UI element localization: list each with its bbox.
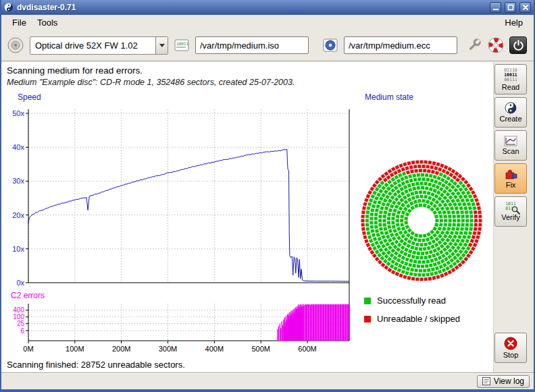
svg-text:0M: 0M: [23, 345, 33, 353]
svg-text:200M: 200M: [112, 345, 131, 353]
drive-select[interactable]: Optical drive 52X FW 1.02: [30, 36, 168, 55]
puzzle-fix-icon: [504, 168, 517, 180]
menubar: File Tools Help: [1, 15, 534, 30]
log-icon: [482, 377, 490, 385]
preferences-wrench-icon[interactable]: [466, 37, 482, 53]
svg-text:C2 errors: C2 errors: [11, 291, 45, 300]
stop-button[interactable]: Stop: [494, 333, 527, 363]
drive-select-value: Optical drive 52X FW 1.02: [30, 37, 155, 54]
verify-magnifier-icon: 1011 0110: [503, 202, 518, 213]
svg-text:500M: 500M: [251, 345, 270, 353]
read-button[interactable]: 01110 10011 00111 Read: [494, 64, 527, 94]
stop-label: Stop: [503, 351, 519, 359]
optical-drive-icon: [7, 36, 24, 54]
scan-label: Scan: [502, 147, 519, 155]
menu-help[interactable]: Help: [499, 16, 528, 29]
svg-text:10011: 10011: [176, 41, 188, 46]
svg-text:Medium state: Medium state: [365, 92, 413, 102]
medium-state-legend: Successfully read Unreadable / skipped: [364, 296, 460, 332]
ecc-path-input[interactable]: [344, 36, 457, 54]
maximize-button[interactable]: [505, 2, 516, 13]
app-yinyang-icon: [4, 3, 14, 12]
iso-path-input[interactable]: [195, 36, 309, 54]
menu-file[interactable]: File: [7, 16, 32, 29]
menu-tools[interactable]: Tools: [32, 16, 63, 29]
legend-row-ok: Successfully read: [364, 296, 460, 306]
svg-text:600M: 600M: [298, 345, 317, 353]
verify-button[interactable]: 1011 0110 Verify: [494, 196, 527, 227]
legend-bad-swatch: [364, 316, 371, 323]
svg-text:6: 6: [20, 327, 24, 335]
scan-button[interactable]: Scan: [494, 130, 527, 161]
svg-text:30x: 30x: [12, 177, 24, 185]
svg-text:40x: 40x: [12, 143, 24, 151]
statusbar: View log: [1, 372, 534, 389]
svg-text:10x: 10x: [12, 245, 24, 253]
ecc-file-icon: [322, 37, 338, 53]
binary-read-icon: 01110 10011 00111: [504, 68, 517, 82]
svg-text:0x: 0x: [16, 279, 24, 287]
legend-bad-label: Unreadable / skipped: [377, 314, 460, 324]
legend-ok-swatch: [364, 298, 371, 304]
window-title: dvdisaster-0.71: [17, 3, 76, 12]
view-log-button[interactable]: View log: [477, 375, 530, 388]
view-log-label: View log: [494, 376, 524, 386]
read-label: Read: [502, 83, 519, 91]
svg-text:300M: 300M: [159, 345, 178, 353]
close-button[interactable]: [519, 2, 531, 13]
svg-text:Speed: Speed: [18, 92, 41, 102]
svg-text:100M: 100M: [66, 345, 84, 353]
svg-text:400M: 400M: [205, 345, 224, 353]
scan-result-text: Scanning finished: 28752 unreadable sect…: [7, 360, 185, 370]
svg-text:20x: 20x: [12, 211, 24, 219]
legend-ok-label: Successfully read: [377, 296, 446, 306]
stop-x-icon: [504, 337, 517, 350]
fix-button[interactable]: Fix: [494, 163, 527, 194]
iso-file-icon: 10011: [174, 37, 190, 53]
minimize-button[interactable]: [490, 2, 501, 13]
chevron-down-icon[interactable]: [155, 37, 168, 54]
create-label: Create: [499, 115, 521, 123]
titlebar[interactable]: dvdisaster-0.71: [1, 0, 534, 15]
main-panel: Scanning medium for read errors. Medium …: [1, 62, 494, 372]
fix-label: Fix: [506, 181, 516, 189]
create-button[interactable]: Create: [494, 97, 527, 128]
app-window: dvdisaster-0.71 File Tools Help Optical …: [0, 0, 535, 392]
legend-row-bad: Unreadable / skipped: [364, 314, 460, 324]
yinyang-create-icon: [505, 102, 517, 114]
status-medium-info: Medium "Example disc": CD-R mode 1, 3524…: [7, 78, 295, 87]
svg-text:50x: 50x: [12, 109, 24, 117]
toolbar: Optical drive 52X FW 1.02 10011: [1, 30, 534, 61]
quit-power-icon[interactable]: [509, 36, 527, 54]
status-headline: Scanning medium for read errors.: [7, 65, 143, 76]
scan-chart-icon: [504, 136, 517, 146]
color-wheel-icon[interactable]: [488, 37, 504, 53]
